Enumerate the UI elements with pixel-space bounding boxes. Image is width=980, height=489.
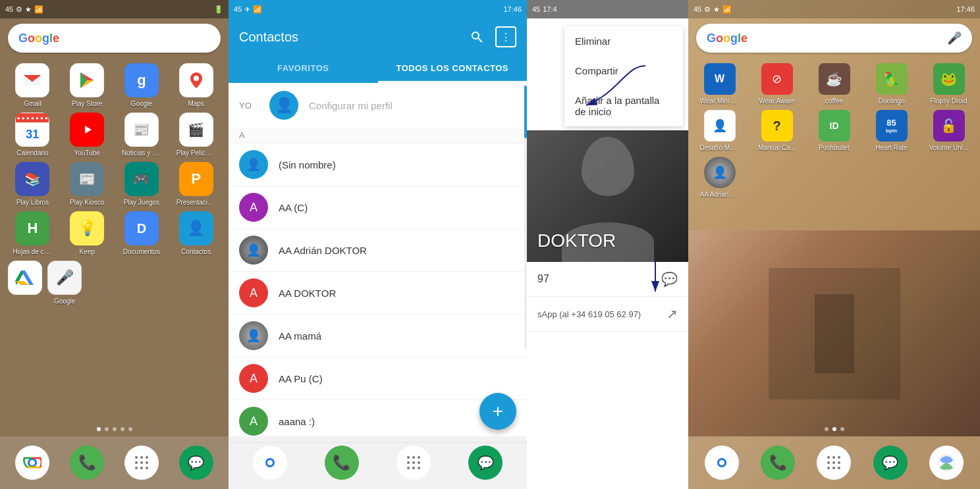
tab-todos-contactos[interactable]: TODOS LOS CONTACTOS	[378, 55, 528, 83]
notif-3: 45	[532, 5, 540, 13]
app-google[interactable]: g Google	[117, 63, 167, 107]
app-pushbullet-label: Pushbullet	[819, 144, 850, 151]
app-gmail[interactable]: Gmail	[8, 63, 57, 107]
app-flopsy[interactable]: 🐸 Flopsy Droid	[923, 63, 975, 105]
contact-avatar-sin-nombre: 👤	[239, 150, 268, 179]
app-play-movies[interactable]: 🎬 Play Películ...	[171, 113, 221, 157]
tab-favoritos[interactable]: FAVORITOS	[229, 55, 378, 83]
app-youtube[interactable]: YouTube	[63, 113, 112, 157]
app-wear-mini[interactable]: W Wear Mini L...	[694, 63, 746, 105]
app-slides[interactable]: P Presentació...	[171, 162, 221, 206]
app-pushbullet[interactable]: ID Pushbullet	[808, 110, 860, 151]
dock-chrome-4[interactable]	[705, 446, 739, 480]
panel-home-screen-right: 45 ⚙ ★ 📶 17:46 Google 🎤 W Wear Mini	[688, 0, 980, 489]
contact-name-aa-mama: AA mamá	[279, 330, 321, 342]
dock-apps-2[interactable]	[396, 446, 431, 480]
dock-hangouts[interactable]: 💬	[179, 446, 213, 480]
svg-point-20	[146, 461, 148, 464]
panel-home-screen-left: 45 ⚙ ★ 📶 🔋 Google Gmail Play Store	[0, 0, 229, 489]
time-3: 17:4	[543, 5, 557, 13]
dock-chrome[interactable]	[15, 446, 49, 480]
svg-point-49	[827, 467, 830, 469]
contact-name-aa-adrian: AA Adrián DOKTOR	[279, 245, 367, 256]
more-options-button[interactable]: ⋮	[495, 26, 516, 47]
app-aa-adrian-d[interactable]: 👤 AA Adrián D...	[694, 157, 746, 198]
voice-search-icon[interactable]: 🎤	[947, 31, 962, 45]
svg-point-15	[135, 456, 138, 459]
app-play-books[interactable]: 📚 Play Libros	[8, 162, 57, 206]
svg-point-21	[135, 467, 138, 469]
contact-phone-row[interactable]: 97 💬	[527, 262, 688, 297]
app-volume-unl[interactable]: 🔓 Volume Unl...	[923, 110, 975, 151]
menu-compartir[interactable]: Compartir	[564, 56, 683, 86]
add-contact-fab[interactable]: +	[479, 393, 516, 430]
dock-phone-4[interactable]: 📞	[761, 446, 795, 480]
app-duolingo[interactable]: 🦜 Duolingo	[865, 63, 917, 105]
svg-point-36	[412, 467, 415, 469]
status-right-2: 17:46	[503, 5, 522, 13]
app-maps[interactable]: Maps	[171, 63, 221, 107]
dock-chrome-2[interactable]	[253, 446, 287, 480]
google-search-bar-4[interactable]: Google 🎤	[696, 24, 972, 53]
dock-hangouts-4[interactable]: 💬	[873, 446, 908, 480]
profile-avatar: 👤	[269, 91, 298, 120]
app-play-store[interactable]: Play Store	[63, 63, 112, 107]
app-contactos[interactable]: 👤 Contactos	[171, 211, 221, 255]
app-play-games-label: Play Juegos	[124, 199, 159, 206]
context-menu: Eliminar Compartir Añadir a la pantalla …	[564, 26, 683, 126]
contact-sin-nombre[interactable]: 👤 (Sin nombre)	[229, 143, 527, 186]
contact-aa-doktor[interactable]: A AA DOKTOR	[229, 272, 527, 315]
app-manual-ca[interactable]: ? Manual Ca...	[751, 110, 803, 151]
share-icon[interactable]: ↗	[667, 306, 678, 322]
app-google-label: Google	[131, 100, 152, 107]
app-heart-rate[interactable]: 85 bpm Heart Rate	[865, 110, 917, 151]
menu-anadir-pantalla[interactable]: Añadir a la pantalla de inicio	[564, 86, 683, 126]
app-coffee[interactable]: ☕ coffee	[808, 63, 860, 105]
contact-name-aaana: aaana :)	[279, 416, 315, 427]
app-volume-unl-label: Volume Unl...	[929, 144, 968, 151]
contact-aa-c[interactable]: A AA (C)	[229, 186, 527, 229]
contact-whatsapp-row[interactable]: sApp (al +34 619 05 62 97) ↗	[527, 297, 688, 332]
app-docs[interactable]: D Documentos	[117, 211, 167, 255]
app-desafio[interactable]: 👤 Desafío Mal...	[694, 110, 746, 151]
svg-point-44	[832, 456, 835, 459]
google-search-bar-1[interactable]: Google	[8, 24, 221, 53]
contact-aa-adrian-doktor[interactable]: 👤 AA Adrián DOKTOR	[229, 229, 527, 272]
app-calendar[interactable]: ● ● ● ● ● ● ● 31 Calendario	[8, 113, 57, 157]
section-a: A	[239, 130, 245, 140]
app-wear-aware-label: Wear Aware	[759, 97, 794, 105]
app-play-kiosk[interactable]: 📰 Play Kiosco	[63, 162, 112, 206]
dock-phone[interactable]: 📞	[70, 446, 104, 480]
section-yo: YO	[239, 101, 259, 111]
contact-aa-pu[interactable]: A AA Pu (C)	[229, 357, 527, 400]
dock-apps[interactable]	[124, 446, 159, 480]
app-keep[interactable]: 💡 Keep	[63, 211, 112, 255]
app-sheets[interactable]: H Hojas de cál...	[8, 211, 57, 255]
app-drive[interactable]	[8, 261, 42, 305]
dock-phone-2[interactable]: 📞	[325, 446, 359, 480]
dock-apps-4[interactable]	[817, 446, 851, 480]
menu-eliminar[interactable]: Eliminar	[564, 26, 683, 56]
app-noticias[interactable]: 📰 Noticias y el...	[117, 113, 167, 157]
dock-4: 📞 💬	[688, 436, 980, 489]
configure-profile-row[interactable]: 👤 Configurar mi perfil	[269, 88, 516, 122]
app-play-games[interactable]: 🎮 Play Juegos	[117, 162, 167, 206]
star-4: ★	[713, 5, 720, 14]
svg-point-43	[827, 456, 830, 459]
yo-section: YO 👤 Configurar mi perfil	[229, 83, 527, 128]
search-button[interactable]	[466, 26, 487, 47]
app-heart-rate-label: Heart Rate	[875, 144, 907, 151]
app-wear-mini-label: Wear Mini L...	[700, 97, 740, 105]
contact-name-aa-c: AA (C)	[279, 202, 308, 213]
dot-1	[97, 427, 101, 431]
dock-photos-4[interactable]	[929, 446, 964, 480]
message-icon[interactable]: 💬	[661, 271, 678, 287]
status-bar-left-1: 45 ⚙ ★ 📶	[5, 5, 43, 14]
dock-hangouts-2[interactable]: 💬	[468, 446, 503, 480]
contact-aa-mama[interactable]: 👤 AA mamá	[229, 315, 527, 357]
app-grid-4-row2: 👤 Desafío Mal... ? Manual Ca... ID Pushb…	[688, 110, 980, 157]
app-manual-ca-label: Manual Ca...	[758, 144, 796, 151]
app-wear-aware[interactable]: ⊘ Wear Aware	[751, 63, 803, 105]
wallpaper-image	[688, 230, 980, 436]
app-mic[interactable]: 🎤 Google	[47, 261, 82, 305]
